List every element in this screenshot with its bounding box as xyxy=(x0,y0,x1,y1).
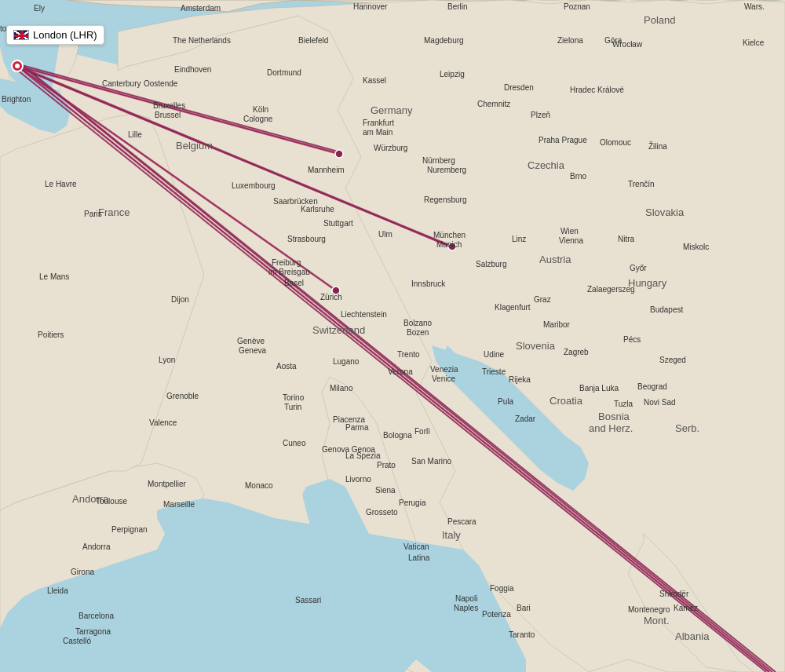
svg-text:Canterbury: Canterbury xyxy=(102,79,141,88)
svg-text:Bari: Bari xyxy=(517,604,531,612)
svg-text:Latina: Latina xyxy=(408,553,430,562)
svg-text:Innsbruck: Innsbruck xyxy=(411,279,446,288)
svg-text:Pescara: Pescara xyxy=(447,517,476,526)
svg-text:Banja Luka: Banja Luka xyxy=(579,384,619,393)
svg-text:Slovakia: Slovakia xyxy=(645,206,685,218)
svg-text:Graz: Graz xyxy=(534,295,551,304)
svg-text:Germany: Germany xyxy=(371,104,413,116)
svg-text:La Spezia: La Spezia xyxy=(345,451,381,460)
svg-text:Cuneo: Cuneo xyxy=(283,439,306,447)
svg-text:Pécs: Pécs xyxy=(623,335,641,344)
svg-text:Girona: Girona xyxy=(71,568,94,576)
svg-text:Dresden: Dresden xyxy=(504,83,534,92)
svg-text:Miskolc: Miskolc xyxy=(683,243,709,251)
svg-text:Mont.: Mont. xyxy=(644,615,670,626)
svg-text:Győr: Győr xyxy=(630,264,647,272)
svg-text:Budapest: Budapest xyxy=(650,305,683,314)
svg-text:Bielefeld: Bielefeld xyxy=(298,36,328,45)
svg-text:Linz: Linz xyxy=(512,235,526,243)
svg-text:Tuzla: Tuzla xyxy=(614,400,633,408)
svg-text:Shkodër: Shkodër xyxy=(659,590,689,598)
svg-point-29 xyxy=(335,150,343,158)
svg-text:Eindhoven: Eindhoven xyxy=(174,65,211,74)
uk-flag xyxy=(13,30,29,40)
svg-text:and Herz.: and Herz. xyxy=(589,422,633,434)
svg-text:Serb.: Serb. xyxy=(675,422,699,434)
svg-text:Prato: Prato xyxy=(377,461,396,469)
svg-text:The Netherlands: The Netherlands xyxy=(173,36,231,45)
svg-text:Zagreb: Zagreb xyxy=(564,348,589,356)
svg-text:Žilina: Žilina xyxy=(648,141,667,151)
svg-text:Bozen: Bozen xyxy=(407,328,429,337)
svg-text:Cologne: Cologne xyxy=(243,115,273,123)
svg-text:Nitra: Nitra xyxy=(618,235,635,243)
svg-text:Ely: Ely xyxy=(34,4,45,13)
svg-text:Vatican: Vatican xyxy=(403,542,429,551)
svg-text:Torino: Torino xyxy=(283,393,305,402)
svg-text:Pula: Pula xyxy=(498,397,513,406)
svg-text:Udine: Udine xyxy=(484,350,505,359)
svg-text:Mannheim: Mannheim xyxy=(308,166,345,174)
svg-text:Poznan: Poznan xyxy=(564,2,590,11)
svg-text:Barcelona: Barcelona xyxy=(78,612,114,620)
svg-text:Napoli: Napoli xyxy=(455,594,477,603)
svg-text:Wars.: Wars. xyxy=(744,2,765,11)
svg-text:Taranto: Taranto xyxy=(509,630,535,639)
svg-text:Basel: Basel xyxy=(284,279,304,287)
svg-text:Grosseto: Grosseto xyxy=(366,508,398,517)
svg-text:Slovenia: Slovenia xyxy=(516,340,556,352)
svg-text:Bosnia: Bosnia xyxy=(598,411,630,422)
svg-text:Magdeburg: Magdeburg xyxy=(424,36,464,45)
svg-text:Köln: Köln xyxy=(253,105,268,114)
svg-text:Novi Sad: Novi Sad xyxy=(644,398,676,407)
svg-text:France: France xyxy=(98,206,130,218)
svg-text:Switzerland: Switzerland xyxy=(312,324,365,336)
svg-text:Strasbourg: Strasbourg xyxy=(287,235,326,243)
svg-text:Salzburg: Salzburg xyxy=(476,260,506,268)
svg-text:Ulm: Ulm xyxy=(378,230,392,239)
map-svg: .route-line { stroke: #8B2252; stroke-wi… xyxy=(0,0,785,672)
svg-text:Nuremberg: Nuremberg xyxy=(427,166,466,174)
svg-text:Praha Prague: Praha Prague xyxy=(539,136,587,144)
svg-text:Zadar: Zadar xyxy=(515,415,536,423)
svg-text:Le Havre: Le Havre xyxy=(45,180,77,188)
svg-text:Castelló: Castelló xyxy=(63,637,92,645)
svg-text:Poitiers: Poitiers xyxy=(38,331,64,339)
svg-text:Freiburg: Freiburg xyxy=(272,258,301,267)
svg-text:Belgium: Belgium xyxy=(176,140,213,152)
svg-text:Brno: Brno xyxy=(570,172,587,181)
svg-text:im Breisgau: im Breisgau xyxy=(268,268,310,276)
svg-text:Perpignan: Perpignan xyxy=(111,525,148,534)
svg-text:Le Mans: Le Mans xyxy=(39,272,69,281)
svg-text:Valence: Valence xyxy=(149,418,177,427)
map-container: .route-line { stroke: #8B2252; stroke-wi… xyxy=(0,0,785,672)
svg-text:Bruxelles: Bruxelles xyxy=(153,101,185,110)
svg-text:Aosta: Aosta xyxy=(276,362,297,371)
svg-text:Dijon: Dijon xyxy=(171,295,189,304)
london-label: London (LHR) xyxy=(6,25,104,45)
svg-text:Czechia: Czechia xyxy=(528,159,565,171)
svg-text:Italy: Italy xyxy=(442,529,461,541)
svg-text:Berlin: Berlin xyxy=(447,2,468,11)
svg-text:Kamëz: Kamëz xyxy=(674,604,698,612)
svg-text:Olomouc: Olomouc xyxy=(600,138,631,147)
svg-text:Bolzano: Bolzano xyxy=(403,319,433,327)
svg-text:Siena: Siena xyxy=(375,486,396,495)
svg-text:Bologna: Bologna xyxy=(383,431,412,440)
svg-text:Venice: Venice xyxy=(432,374,455,383)
svg-text:Vienna: Vienna xyxy=(559,236,583,245)
svg-text:Brighton: Brighton xyxy=(2,95,31,104)
svg-text:Lille: Lille xyxy=(128,130,142,139)
svg-text:Lyon: Lyon xyxy=(159,356,175,364)
svg-text:Liechtenstein: Liechtenstein xyxy=(341,310,387,319)
svg-text:Kielce: Kielce xyxy=(743,38,765,47)
svg-text:Albania: Albania xyxy=(675,630,710,642)
svg-text:am Main: am Main xyxy=(363,128,392,137)
svg-text:Wien: Wien xyxy=(560,227,579,236)
svg-text:San Marino: San Marino xyxy=(411,457,452,466)
svg-text:Karlsruhe: Karlsruhe xyxy=(301,205,334,214)
london-label-text: London (LHR) xyxy=(33,29,97,41)
svg-text:Andorra: Andorra xyxy=(82,542,111,551)
svg-text:Hannover: Hannover xyxy=(353,2,388,11)
svg-text:Lugano: Lugano xyxy=(333,357,360,366)
